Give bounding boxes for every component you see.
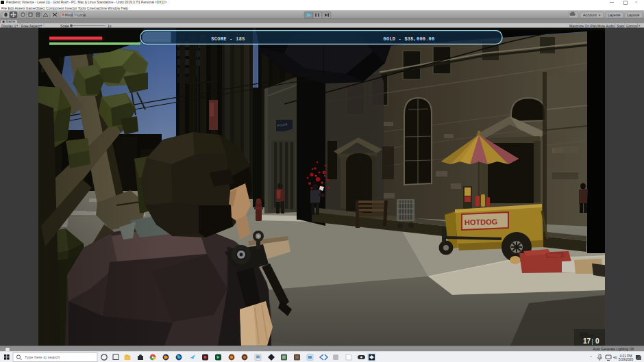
svg-text:▾: ▾: [639, 24, 641, 27]
svg-text:17: 17: [583, 337, 591, 345]
svg-text:Maximize On Play: Maximize On Play: [569, 24, 597, 28]
svg-text:Free Aspect: Free Aspect: [21, 24, 40, 28]
svg-text:4:21 PM: 4:21 PM: [620, 354, 632, 358]
svg-text:Layout: Layout: [627, 13, 639, 17]
svg-text:|: |: [592, 338, 593, 345]
svg-text:Account: Account: [583, 13, 597, 17]
svg-text:Mute Audio: Mute Audio: [597, 24, 615, 28]
svg-text:▾: ▾: [16, 24, 18, 27]
svg-text:0: 0: [595, 337, 599, 345]
svg-text:Local: Local: [77, 13, 86, 17]
svg-text:▾: ▾: [40, 24, 42, 27]
svg-text:SCORE - 185: SCORE - 185: [211, 36, 245, 42]
svg-text:Gizmos: Gizmos: [626, 24, 638, 28]
svg-text:Display 1: Display 1: [1, 24, 16, 28]
svg-text:1x: 1x: [108, 24, 112, 28]
svg-text:GOLD - $35,000.00: GOLD - $35,000.00: [384, 36, 435, 42]
svg-text:Type here to search: Type here to search: [25, 355, 60, 359]
svg-text:Pivot: Pivot: [65, 13, 73, 17]
svg-text:⏴)): ⏴)): [613, 356, 617, 359]
svg-text:Scale: Scale: [60, 24, 69, 28]
svg-text:Layers: Layers: [608, 13, 619, 17]
svg-text:⌃: ⌃: [589, 356, 593, 360]
svg-text:5/19/2020: 5/19/2020: [619, 358, 634, 361]
svg-text:Stats: Stats: [617, 24, 625, 28]
